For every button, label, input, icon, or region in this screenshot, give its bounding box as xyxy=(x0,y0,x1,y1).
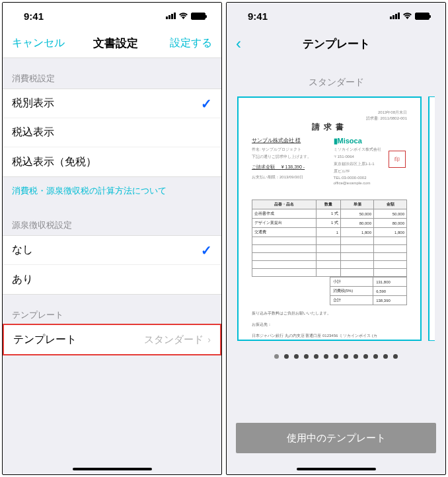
checkmark-icon: ✓ xyxy=(201,242,212,258)
preview-greeting: 下記の通りご請求申し上げます。 xyxy=(252,154,326,160)
checkmark-icon: ✓ xyxy=(201,96,212,112)
wifi-icon xyxy=(402,11,412,21)
stamp-icon: 印 xyxy=(389,151,406,168)
page-dot[interactable] xyxy=(373,354,378,359)
tax-option-exempt[interactable]: 税込表示（免税） xyxy=(3,147,221,176)
table-row xyxy=(252,253,407,261)
preview-bank: 日本ジャパン銀行 丸の内支店 普通口座 0123456 ミソカインボイス (カ xyxy=(252,333,407,339)
template-name: スタンダード xyxy=(227,58,445,96)
row-label: テンプレート xyxy=(13,333,77,347)
table-row: 企画書作成1 式50,00050,000 xyxy=(252,209,407,219)
withholding-option-yes[interactable]: あり xyxy=(3,265,221,294)
preview-title: 請求書 xyxy=(252,122,407,133)
page-dot[interactable] xyxy=(274,354,279,359)
withholding-option-list: なし ✓ あり xyxy=(3,235,221,295)
nav-bar: ‹ テンプレート xyxy=(227,29,445,58)
nav-title: テンプレート xyxy=(303,36,370,52)
preview-bank-label: お振込先： xyxy=(252,322,407,328)
preview-email: office@example.com xyxy=(334,181,408,185)
save-button[interactable]: 設定する xyxy=(166,36,212,50)
back-button[interactable]: ‹ xyxy=(236,34,282,53)
preview-tel: TEL:03-0000-0002 xyxy=(334,176,408,180)
next-template-peek[interactable] xyxy=(428,96,435,341)
preview-docno: 請求書: 2011/0802-001 xyxy=(252,116,407,122)
table-row xyxy=(252,237,407,245)
option-label: 税込表示（免税） xyxy=(12,155,96,169)
option-label: なし xyxy=(12,243,33,257)
tax-option-list: 税別表示 ✓ 税込表示 税込表示（免税） xyxy=(3,89,221,177)
tax-option-exclusive[interactable]: 税別表示 ✓ xyxy=(3,89,221,118)
page-dot[interactable] xyxy=(363,354,368,359)
table-row xyxy=(252,245,407,253)
cancel-button[interactable]: キャンセル xyxy=(12,36,65,50)
table-row: デザイン案提出1 式80,00080,000 xyxy=(252,219,407,228)
page-dot[interactable] xyxy=(284,354,289,359)
tax-info-link[interactable]: 消費税・源泉徴収税の計算方法について xyxy=(3,177,221,205)
preview-amount: ご請求金額 ¥ 138,390 - xyxy=(252,164,326,170)
signal-icon xyxy=(166,13,176,19)
table-row: 交通費11,8001,800 xyxy=(252,228,407,237)
template-carousel[interactable]: 2013年08月末日 請求書: 2011/0802-001 請求書 サンプル株式… xyxy=(227,96,445,341)
option-label: あり xyxy=(12,273,33,287)
page-dot[interactable] xyxy=(334,354,338,359)
withholding-option-none[interactable]: なし ✓ xyxy=(3,236,221,265)
page-dots xyxy=(227,354,445,359)
preview-logo: ▮Misoca xyxy=(334,137,408,145)
preview-subject: 件名: サンプルプロジェクト xyxy=(252,147,326,153)
page-dot[interactable] xyxy=(314,354,318,359)
wifi-icon xyxy=(178,11,188,21)
section-header-template: テンプレート xyxy=(3,295,221,325)
home-indicator[interactable] xyxy=(73,468,152,470)
current-template-button[interactable]: 使用中のテンプレート xyxy=(236,423,436,453)
template-row[interactable]: テンプレート スタンダード › xyxy=(4,325,220,354)
signal-icon xyxy=(390,13,400,19)
preview-totals: 小計131,800 消費税(5%)6,590 合計138,390 xyxy=(330,277,408,305)
table-row xyxy=(252,261,407,269)
preview-header: サンプル株式会社 様 件名: サンプルプロジェクト 下記の通りご請求申し上げます… xyxy=(252,137,407,186)
table-row xyxy=(252,269,407,277)
option-label: 税込表示 xyxy=(12,126,54,139)
status-bar: 9:41 xyxy=(3,3,221,29)
battery-icon xyxy=(415,13,429,20)
page-dot[interactable] xyxy=(304,354,309,359)
preview-left-col: サンプル株式会社 様 件名: サンプルプロジェクト 下記の通りご請求申し上げます… xyxy=(252,137,326,186)
preview-addr2: 原ビル7F xyxy=(334,168,408,174)
preview-client: サンプル株式会社 様 xyxy=(252,137,326,144)
section-header-withholding: 源泉徴収税設定 xyxy=(3,205,221,235)
preview-footer-note: 振り込み手数料はご負担お願いいたします。 xyxy=(252,311,407,316)
status-indicators xyxy=(390,11,429,21)
screen-template-picker: 9:41 ‹ テンプレート スタンダード 2013年08月末日 請求書: 201… xyxy=(226,2,446,475)
preview-items-table: 品番・品名 数量 単価 金額 企画書作成1 式50,00050,000 デザイン… xyxy=(252,200,407,277)
page-dot[interactable] xyxy=(324,354,328,359)
option-label: 税別表示 xyxy=(12,96,54,110)
section-header-tax: 消費税設定 xyxy=(3,58,221,89)
battery-icon xyxy=(191,13,205,20)
nav-bar: キャンセル 文書設定 設定する xyxy=(3,29,221,58)
tax-option-inclusive[interactable]: 税込表示 xyxy=(3,118,221,147)
status-time: 9:41 xyxy=(24,11,44,22)
chevron-right-icon: › xyxy=(207,334,211,345)
status-indicators xyxy=(166,11,205,21)
preview-due: お支払い期限：2013/09/30日 xyxy=(252,174,326,180)
page-dot[interactable] xyxy=(344,354,348,359)
status-bar: 9:41 xyxy=(227,3,445,29)
screen-document-settings: 9:41 キャンセル 文書設定 設定する 消費税設定 税別表示 ✓ 税込表示 税… xyxy=(2,2,222,475)
template-row-highlight: テンプレート スタンダード › xyxy=(3,324,221,355)
page-dot[interactable] xyxy=(294,354,299,359)
preview-date: 2013年08月末日 xyxy=(252,110,407,116)
row-value: スタンダード xyxy=(144,334,204,346)
page-dot[interactable] xyxy=(354,354,358,359)
status-time: 9:41 xyxy=(248,11,268,22)
home-indicator[interactable] xyxy=(297,468,376,470)
template-preview-card[interactable]: 2013年08月末日 請求書: 2011/0802-001 請求書 サンプル株式… xyxy=(237,96,422,341)
nav-title: 文書設定 xyxy=(93,36,138,51)
page-dot[interactable] xyxy=(383,354,388,359)
page-dot[interactable] xyxy=(393,354,398,359)
